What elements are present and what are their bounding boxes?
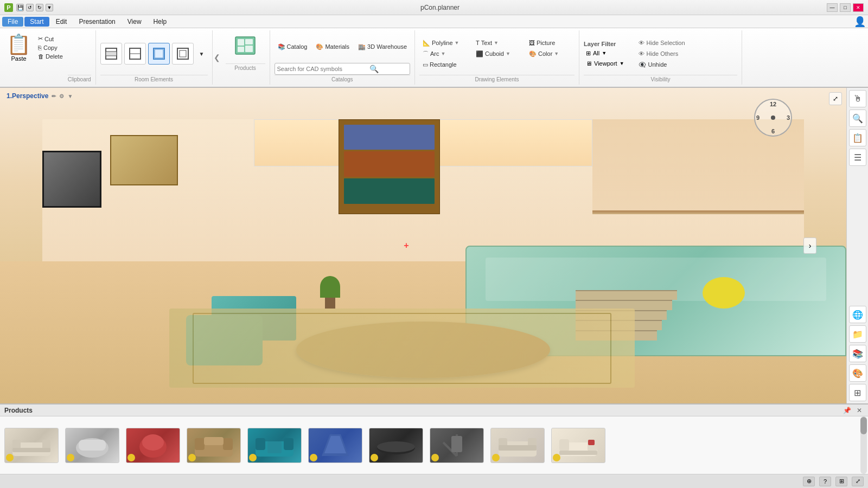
undo-btn[interactable]: ↺: [26, 4, 34, 11]
title-bar-controls[interactable]: 💾 ↺ ↻ ▼: [16, 4, 53, 11]
room-element-btn-1[interactable]: [100, 43, 122, 65]
room-element-dropdown-btn[interactable]: ▼: [196, 49, 208, 59]
menu-file[interactable]: File: [2, 17, 23, 27]
room-element-btn-4[interactable]: [172, 43, 194, 65]
menu-view[interactable]: View: [122, 17, 147, 27]
catalog-search-input[interactable]: [277, 66, 369, 72]
panel-pin-btn[interactable]: 📌: [841, 407, 853, 414]
status-grid-btn[interactable]: ⊞: [835, 477, 847, 486]
viewport-container[interactable]: 1.Perspective ✏ ⚙ ▼ ⤢ 12 3 6 9: [0, 88, 846, 403]
clock-6: 6: [771, 128, 775, 134]
minimize-btn[interactable]: —: [827, 3, 838, 12]
arc-button[interactable]: ⌒ Arc ▼: [419, 49, 468, 59]
product-item-5[interactable]: [247, 428, 302, 463]
status-help-btn[interactable]: ?: [819, 477, 831, 486]
window-controls[interactable]: — □ ✕: [827, 3, 864, 12]
quick-save-btn[interactable]: 💾: [16, 4, 24, 11]
svg-rect-44: [588, 440, 595, 445]
product-item-4[interactable]: [187, 428, 241, 463]
rt-paint-btn[interactable]: 🎨: [849, 364, 866, 382]
product-item-9[interactable]: [490, 428, 545, 463]
layer-viewport-row[interactable]: 🖥 Viewport ▼: [584, 60, 627, 67]
product-item-2[interactable]: [65, 428, 119, 463]
status-fit-btn[interactable]: ⊕: [803, 477, 815, 486]
product-item-3[interactable]: [126, 428, 180, 463]
room-element-btn-2[interactable]: [124, 43, 146, 65]
search-icon: 🔍: [369, 65, 379, 73]
close-btn[interactable]: ✕: [853, 3, 864, 12]
svg-rect-24: [204, 437, 224, 445]
hide-selection-button[interactable]: 👁 Hide Selection: [635, 38, 688, 47]
drawing-elements-group: 📐 Polyline ▼ T Text ▼ 🖼 Picture ⌒ Arc: [415, 30, 579, 85]
layer-all-chevron: ▼: [602, 50, 607, 56]
color-icon: 🎨: [529, 50, 537, 57]
redo-btn[interactable]: ↻: [36, 4, 43, 11]
status-expand-btn[interactable]: ⤢: [852, 477, 864, 486]
svg-rect-22: [195, 438, 205, 450]
app-icon: P: [4, 3, 13, 12]
layer-filter-column: Layer Filter ⊞ All ▼ 🖥 Viewport ▼: [584, 41, 627, 67]
product-item-8[interactable]: [430, 428, 484, 463]
user-icon[interactable]: 👤: [854, 16, 866, 28]
layer-all-row[interactable]: ⊞ All ▼: [584, 49, 627, 57]
copy-label: Copy: [43, 44, 58, 51]
maximize-btn[interactable]: □: [840, 3, 851, 12]
layer-viewport-label: Viewport: [594, 60, 617, 67]
products-group: Products: [221, 30, 270, 85]
product-item-6[interactable]: [308, 428, 362, 463]
rt-folder-btn[interactable]: 📁: [849, 325, 866, 343]
expand-icon-btn[interactable]: ⤢: [829, 92, 842, 105]
quick-btn[interactable]: ▼: [46, 4, 53, 11]
text-button[interactable]: T Text ▼: [473, 38, 521, 47]
product-img-10: [551, 428, 605, 463]
menu-presentation[interactable]: Presentation: [73, 17, 120, 27]
panel-close-btn[interactable]: ✕: [855, 407, 864, 414]
cut-button[interactable]: ✂ Cut: [35, 35, 66, 43]
cuboid-button[interactable]: ⬛ Cuboid ▼: [473, 49, 521, 59]
room-elements-group: ▼ Room Elements: [96, 30, 213, 85]
clipboard-side-buttons: ✂ Cut ⎘ Copy 🗑 Delete: [35, 35, 66, 60]
perspective-settings-icon: ⚙: [59, 93, 64, 99]
warehouse-button[interactable]: 🏬 3D Warehouse: [355, 42, 410, 52]
arc-chevron: ▼: [441, 51, 446, 56]
product-item-7[interactable]: [369, 428, 423, 463]
delete-button[interactable]: 🗑 Delete: [35, 53, 66, 60]
room-element-btn-3[interactable]: [148, 43, 170, 65]
products-catalog-icon[interactable]: [232, 33, 258, 63]
products-scrollbar[interactable]: [860, 416, 867, 474]
rt-grid-btn[interactable]: ⊞: [849, 384, 866, 401]
picture-button[interactable]: 🖼 Picture: [526, 38, 575, 47]
catalog-search-box[interactable]: 🔍: [275, 63, 411, 75]
menu-start[interactable]: Start: [24, 17, 49, 27]
rt-cursor-btn[interactable]: 🖱: [849, 90, 866, 107]
polyline-button[interactable]: 📐 Polyline ▼: [419, 38, 468, 48]
menu-edit[interactable]: Edit: [50, 17, 73, 27]
color-button[interactable]: 🎨 Color ▼: [526, 49, 575, 59]
product-img-1: [4, 428, 59, 463]
warehouse-label: 3D Warehouse: [367, 43, 407, 50]
color-chevron: ▼: [554, 51, 559, 56]
product-item-10[interactable]: [551, 428, 605, 463]
rt-globe-btn[interactable]: 🌐: [849, 306, 866, 323]
rectangle-button[interactable]: ▭ Rectangle: [419, 60, 468, 69]
product-item-1[interactable]: [4, 428, 59, 463]
materials-button[interactable]: 🎨 Materials: [312, 42, 353, 52]
delete-icon: 🗑: [38, 53, 44, 60]
rt-stack-btn[interactable]: 📚: [849, 345, 866, 362]
cut-label: Cut: [44, 36, 54, 42]
room-elements-collapse[interactable]: ❮: [213, 30, 221, 85]
svg-rect-7: [180, 50, 186, 57]
clock-center: [771, 115, 775, 120]
product-badge-3: [127, 454, 135, 461]
unhide-button[interactable]: 👁‍🗨 Unhide: [635, 60, 688, 69]
arc-icon: ⌒: [423, 50, 429, 58]
hide-others-button[interactable]: 👁 Hide Others: [635, 49, 688, 58]
paste-button[interactable]: 📋 Paste: [4, 33, 33, 64]
rt-list-btn[interactable]: ☰: [849, 149, 866, 166]
viewport-arrow-right[interactable]: ›: [803, 237, 816, 254]
copy-button[interactable]: ⎘ Copy: [35, 44, 66, 52]
rt-layers-btn[interactable]: 📋: [849, 129, 866, 146]
rt-search-btn[interactable]: 🔍: [849, 110, 866, 127]
catalog-button[interactable]: 📚 Catalog: [275, 42, 311, 52]
menu-help[interactable]: Help: [148, 17, 173, 27]
